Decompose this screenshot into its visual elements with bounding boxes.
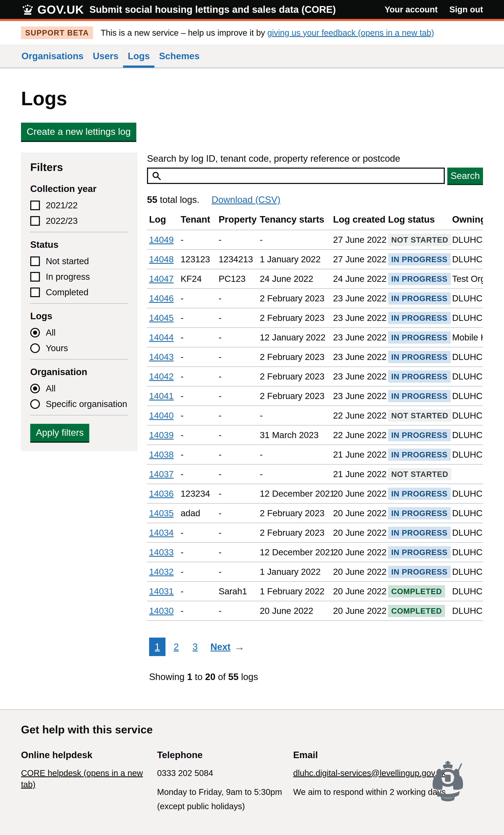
- summary-of: of: [216, 672, 228, 682]
- cell-tenancy-starts: -: [260, 235, 333, 245]
- table-row-14042: 14042--2 February 202323 June 2022IN PRO…: [147, 367, 483, 386]
- table-row-14040: 14040---22 June 2022NOT STARTEDDLUHC: [147, 406, 483, 426]
- footer-link-core-helpdesk-opens-in-a-new-t[interactable]: CORE helpdesk (opens in a new tab): [21, 769, 143, 789]
- log-link-14049[interactable]: 14049: [149, 235, 174, 245]
- log-link-14043[interactable]: 14043: [149, 352, 174, 362]
- log-link-14035[interactable]: 14035: [149, 508, 174, 518]
- filter-option-logs-all[interactable]: All: [30, 328, 128, 338]
- column-header-owning-organisation: Owning organisation: [452, 214, 483, 225]
- cell-log-status: COMPLETED: [388, 585, 452, 597]
- page-3[interactable]: 3: [187, 637, 203, 656]
- filter-option-status-not-started[interactable]: Not started: [30, 256, 128, 266]
- cell-log-status: NOT STARTED: [388, 468, 452, 480]
- cell-tenant: -: [181, 469, 219, 479]
- cell-tenancy-starts: 20 June 2022: [260, 606, 333, 616]
- log-link-14036[interactable]: 14036: [149, 489, 174, 498]
- filter-option-logs-yours[interactable]: Yours: [30, 343, 128, 353]
- status-badge: COMPLETED: [388, 605, 445, 617]
- apply-filters-button[interactable]: Apply filters: [30, 424, 89, 442]
- checkbox-in-progress[interactable]: [30, 272, 40, 282]
- table-row-14046: 14046--2 February 202323 June 2022IN PRO…: [147, 289, 483, 308]
- filters-title: Filters: [30, 161, 128, 174]
- next-page-link[interactable]: Next: [210, 641, 230, 652]
- cell-tenancy-starts: 1 February 2022: [260, 586, 333, 596]
- footer-col-online-helpdesk: Online helpdeskCORE helpdesk (opens in a…: [21, 750, 157, 815]
- log-link-14046[interactable]: 14046: [149, 293, 174, 303]
- total-logs-count: 55: [147, 195, 157, 205]
- filter-option-status-in-progress[interactable]: In progress: [30, 272, 128, 282]
- checkbox-2022-23[interactable]: [30, 216, 40, 226]
- royal-coat-of-arms-icon: [426, 758, 469, 819]
- cell-log-status: IN PROGRESS: [388, 292, 452, 305]
- page-1-current[interactable]: 1: [149, 637, 165, 656]
- log-link-14031[interactable]: 14031: [149, 586, 174, 596]
- footer-link-dluhc-digital-services-levelli[interactable]: dluhc.digital-services@levellingup.gov.u…: [293, 769, 446, 778]
- table-row-14036: 14036123234-12 December 202120 June 2022…: [147, 484, 483, 504]
- search-input[interactable]: [164, 169, 440, 183]
- log-link-14033[interactable]: 14033: [149, 547, 174, 557]
- cell-log: 14045: [149, 313, 181, 323]
- cell-log-status: IN PROGRESS: [388, 390, 452, 402]
- filter-option-organisation-all[interactable]: All: [30, 384, 128, 393]
- nav-item-logs[interactable]: Logs: [123, 44, 154, 68]
- radio-all[interactable]: [30, 384, 40, 393]
- log-link-14030[interactable]: 14030: [149, 606, 174, 616]
- cell-log: 14033: [149, 547, 181, 557]
- log-link-14044[interactable]: 14044: [149, 332, 174, 342]
- filter-option-label: 2021/22: [46, 200, 78, 210]
- search-button[interactable]: Search: [447, 168, 483, 184]
- checkbox-completed[interactable]: [30, 287, 40, 297]
- cell-log-created: 20 June 2022: [333, 508, 388, 518]
- cell-property: -: [219, 528, 260, 538]
- log-link-14041[interactable]: 14041: [149, 391, 174, 401]
- log-link-14047[interactable]: 14047: [149, 274, 174, 284]
- log-link-14042[interactable]: 14042: [149, 371, 174, 381]
- log-link-14039[interactable]: 14039: [149, 430, 174, 440]
- summary-total: 55: [228, 672, 239, 682]
- cell-tenant: -: [181, 332, 219, 343]
- service-name[interactable]: Submit social housing lettings and sales…: [89, 4, 336, 15]
- checkbox-not-started[interactable]: [30, 257, 40, 266]
- column-header-tenant: Tenant: [181, 214, 219, 225]
- radio-all[interactable]: [30, 328, 40, 338]
- log-link-14032[interactable]: 14032: [149, 567, 174, 577]
- radio-yours[interactable]: [30, 343, 40, 353]
- log-link-14034[interactable]: 14034: [149, 528, 174, 537]
- status-badge: IN PROGRESS: [388, 449, 451, 461]
- cell-log-created: 20 June 2022: [333, 606, 388, 616]
- download-csv-link[interactable]: Download (CSV): [212, 195, 281, 205]
- filter-option-organisation-specific-organisation[interactable]: Specific organisation: [30, 399, 128, 409]
- filter-option-collection-year-2021-22[interactable]: 2021/22: [30, 200, 128, 210]
- cell-tenant: -: [181, 450, 219, 460]
- create-lettings-log-button[interactable]: Create a new lettings log: [21, 123, 136, 141]
- feedback-link[interactable]: giving us your feedback (opens in a new …: [267, 28, 434, 37]
- your-account-link[interactable]: Your account: [384, 5, 438, 14]
- cell-log-created: 21 June 2022: [333, 450, 388, 460]
- nav-item-users[interactable]: Users: [88, 44, 123, 68]
- cell-tenant: -: [181, 606, 219, 616]
- govuk-logo[interactable]: GOV.UK: [21, 3, 84, 16]
- cell-tenancy-starts: 2 February 2023: [260, 293, 333, 303]
- cell-log: 14030: [149, 606, 181, 616]
- log-link-14040[interactable]: 14040: [149, 411, 174, 421]
- nav-item-organisations[interactable]: Organisations: [17, 44, 88, 68]
- results-summary: Showing 1 to 20 of 55 logs: [149, 672, 483, 682]
- log-link-14045[interactable]: 14045: [149, 313, 174, 323]
- log-link-14037[interactable]: 14037: [149, 469, 174, 479]
- nav-item-schemes[interactable]: Schemes: [154, 44, 204, 68]
- log-link-14048[interactable]: 14048: [149, 254, 174, 264]
- filter-option-status-completed[interactable]: Completed: [30, 287, 128, 298]
- cell-log: 14044: [149, 332, 181, 343]
- sign-out-link[interactable]: Sign out: [449, 5, 483, 14]
- status-badge: IN PROGRESS: [388, 390, 451, 402]
- cell-owning-organisation: DLUHC Test: [452, 606, 483, 616]
- checkbox-2021-22[interactable]: [30, 201, 40, 210]
- table-row-14049: 14049---27 June 2022NOT STARTEDDLUHC: [147, 230, 483, 250]
- log-link-14038[interactable]: 14038: [149, 450, 174, 460]
- column-header-log-status: Log status: [388, 214, 452, 225]
- footer-line: We aim to respond within 2 working days: [293, 786, 446, 798]
- cell-owning-organisation: DLUHC Test: [452, 313, 483, 323]
- page-2[interactable]: 2: [168, 637, 184, 656]
- filter-option-collection-year-2022-23[interactable]: 2022/23: [30, 216, 128, 226]
- radio-specific-organisation[interactable]: [30, 399, 40, 409]
